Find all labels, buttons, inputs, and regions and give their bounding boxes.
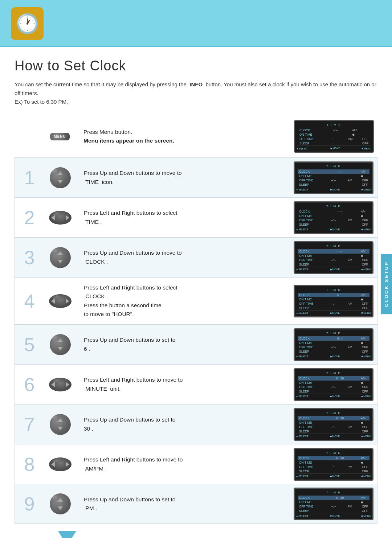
tv-screen-4: T I M E CLOCK6 :--AM ON TIME◆ OFF TIME--… xyxy=(294,285,373,317)
tv-bottom-bar: ● SELECT◆ MOVE■ MENU xyxy=(297,145,371,150)
ch-label: CH xyxy=(58,176,62,179)
step-desc-9: Press Up and Down buttons to set to PM . xyxy=(77,484,290,523)
menu-button-icon: MENU xyxy=(50,133,69,140)
step-icon-9: CH xyxy=(44,484,77,523)
screen-row: SLEEPOFF xyxy=(298,141,370,145)
step-4: 4 Press Left and Right buttons to select… xyxy=(15,277,377,324)
arrow-down-icon xyxy=(58,506,63,510)
step-icon-3: CH xyxy=(44,238,77,277)
step-1: 1 CH Press Up and Down buttons to move t… xyxy=(15,157,377,197)
left-right-button-4 xyxy=(49,294,72,308)
step-icon-8 xyxy=(44,444,77,484)
arrow-up-icon xyxy=(58,172,63,175)
arrow-down-icon xyxy=(58,260,63,263)
down-arrow-large-icon xyxy=(58,531,76,538)
step-num-5: 5 xyxy=(15,325,44,364)
step-screen-6: T I M E CLOCK6 : 30AM ON TIME◆ OFF TIME-… xyxy=(290,365,377,404)
step-desc-2: Press Left and Right buttons to select T… xyxy=(77,198,290,237)
main-content: How to Set Clock You can set the current… xyxy=(0,47,392,538)
clock-icon xyxy=(11,7,44,40)
step-desc-5: Press Up and Down buttons to set to6 . xyxy=(77,325,290,364)
screen-row: OFF TIME--:--AMOFF xyxy=(298,137,370,141)
step-num-1: 1 xyxy=(15,158,44,197)
step-screen-menu: T I M E CLOCK--:--AM ON TIME◆ OFF TIME--… xyxy=(290,117,377,156)
step-screen-1: T I M E CLOCK--:--AM ON TIME◆ OFF TIME--… xyxy=(290,158,377,197)
left-right-button-6 xyxy=(49,378,72,391)
screen-title-menu: T I M E xyxy=(298,123,370,127)
arrow-up-icon xyxy=(58,498,63,502)
step-icon-2 xyxy=(44,198,77,237)
arrow-right-icon xyxy=(66,462,69,467)
tv-screen-2: T I M E CLOCK--:--AM ON TIME◆ OFF TIME--… xyxy=(294,201,373,234)
arrow-up-icon xyxy=(58,251,63,255)
arrow-left-icon xyxy=(51,382,55,387)
step-icon-1: CH xyxy=(44,158,77,197)
tv-screen-8: T I M E CLOCK6 : 30PM ON TIME◆ OFF TIME-… xyxy=(294,448,373,481)
step-screen-9: T I M E CLOCK6 : 30PM ON TIME◆ OFF TIME-… xyxy=(290,484,377,523)
up-down-button-7: CH xyxy=(50,414,71,435)
arrow-right-icon xyxy=(66,215,69,220)
step-7: 7 CH Press Up and Down buttons to set to… xyxy=(15,404,377,444)
arrow-right-icon xyxy=(66,299,69,304)
page-title: How to Set Clock xyxy=(15,58,377,74)
step-desc-8: Press Left and Right buttons to move to … xyxy=(77,444,290,484)
tv-screen-1: T I M E CLOCK--:--AM ON TIME◆ OFF TIME--… xyxy=(294,161,373,194)
arrow-left-icon xyxy=(51,215,55,220)
step-screen-3: T I M E CLOCK--:--AM ON TIME◆ OFF TIME--… xyxy=(290,238,377,277)
tv-screen-9: T I M E CLOCK6 : 30PM ON TIME◆ OFF TIME-… xyxy=(294,488,373,520)
step-num-6: 6 xyxy=(15,365,44,404)
step-desc-6: Press Left and Right buttons to move to … xyxy=(77,365,290,404)
arrow-down-icon xyxy=(58,180,63,184)
screen-row: ON TIME◆ xyxy=(298,132,370,137)
tv-screen-3: T I M E CLOCK--:--AM ON TIME◆ OFF TIME--… xyxy=(294,241,373,274)
arrow-left-icon xyxy=(51,462,55,467)
left-right-button-2 xyxy=(49,211,72,225)
step-desc-menu: Press Menu button. Menu items appear on … xyxy=(76,117,290,156)
step-9: 9 CH Press Up and Down buttons to set to… xyxy=(15,484,377,524)
up-down-button-3: CH xyxy=(50,247,71,268)
step-screen-7: T I M E CLOCK6 : 30AM ON TIME◆ OFF TIME-… xyxy=(290,404,377,444)
step-8: 8 Press Left and Right buttons to move t… xyxy=(15,444,377,484)
step-screen-4: T I M E CLOCK6 :--AM ON TIME◆ OFF TIME--… xyxy=(290,278,377,324)
step-num-8: 8 xyxy=(15,444,44,484)
step-num-3: 3 xyxy=(15,238,44,277)
step-icon-5: CH xyxy=(44,325,77,364)
step-desc-4: Press Left and Right buttons to select C… xyxy=(77,278,290,324)
tv-screen-7: T I M E CLOCK6 : 30AM ON TIME◆ OFF TIME-… xyxy=(294,408,373,441)
screen-row: CLOCK--:--AM xyxy=(298,128,370,132)
step-3: 3 CH Press Up and Down buttons to move t… xyxy=(15,237,377,277)
arrow-down-icon xyxy=(58,427,63,430)
step-5: 5 CH Press Up and Down buttons to set to… xyxy=(15,324,377,364)
header xyxy=(0,0,392,47)
step-screen-8: T I M E CLOCK6 : 30PM ON TIME◆ OFF TIME-… xyxy=(290,444,377,484)
sidebar-label: CLOCK SETUP xyxy=(381,254,392,314)
step-menu-line1: Press Menu button. xyxy=(83,128,174,136)
step-num-2: 2 xyxy=(15,198,44,237)
step-desc-1: Press Up and Down buttons to move to TIM… xyxy=(77,158,290,197)
arrow-left-icon xyxy=(51,299,55,304)
up-down-button-1: CH xyxy=(50,167,71,188)
tv-screen-5: T I M E CLOCK6 :--AM ON TIME◆ OFF TIME--… xyxy=(294,328,373,361)
steps-container: MENU Press Menu button. Menu items appea… xyxy=(15,117,377,524)
step-screen-2: T I M E CLOCK--:--AM ON TIME◆ OFF TIME--… xyxy=(290,198,377,237)
arrow-up-icon xyxy=(58,338,63,342)
left-right-button-8 xyxy=(49,457,72,471)
tv-screen-menu: T I M E CLOCK--:--AM ON TIME◆ OFF TIME--… xyxy=(294,120,374,153)
step-6: 6 Press Left and Right buttons to move t… xyxy=(15,364,377,404)
step-desc-7: Press Up and Down buttons to set to30 . xyxy=(77,404,290,444)
step-2: 2 Press Left and Right buttons to select… xyxy=(15,197,377,237)
arrow-right-icon xyxy=(66,382,69,387)
step-screen-5: T I M E CLOCK6 :--AM ON TIME◆ OFF TIME--… xyxy=(290,325,377,364)
step-num-menu xyxy=(15,117,44,156)
up-down-button-5: CH xyxy=(50,334,71,355)
step-icon-7: CH xyxy=(44,404,77,444)
arrow-up-icon xyxy=(58,418,63,422)
step-menu: MENU Press Menu button. Menu items appea… xyxy=(15,117,377,156)
step-icon-4 xyxy=(44,278,77,324)
step-num-4: 4 xyxy=(15,278,44,324)
arrow-down-icon xyxy=(58,347,63,350)
bottom-arrow xyxy=(15,524,377,538)
step-icon-6 xyxy=(44,365,77,404)
step-num-9: 9 xyxy=(15,484,44,523)
step-menu-line2: Menu items appear on the screen. xyxy=(83,136,174,145)
